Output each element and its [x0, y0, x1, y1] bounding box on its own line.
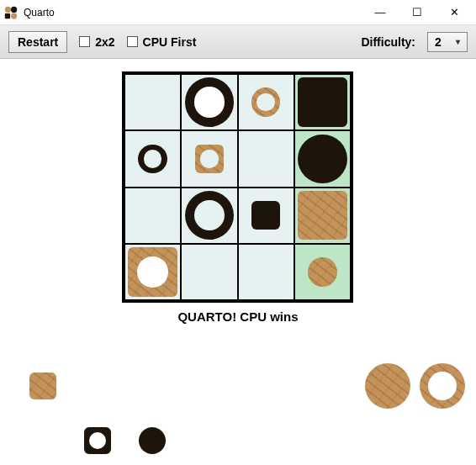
board-cell[interactable] [238, 244, 294, 300]
window-title: Quarto [24, 7, 55, 18]
board-cell[interactable] [181, 74, 237, 130]
window-close-button[interactable]: ✕ [436, 1, 473, 24]
game-area: QUARTO! CPU wins [0, 59, 476, 465]
board-cell[interactable] [294, 188, 351, 244]
board-cell[interactable] [238, 188, 294, 244]
game-piece[interactable] [308, 257, 337, 287]
app-logo-icon [3, 5, 19, 20]
svg-rect-2 [5, 13, 10, 18]
titlebar: Quarto — ☐ ✕ [0, 0, 476, 25]
tray-slot [126, 415, 178, 465]
board-cell[interactable] [294, 244, 351, 300]
game-piece[interactable] [139, 427, 166, 454]
checkbox-icon [127, 36, 138, 47]
status-text: QUARTO! CPU wins [0, 309, 476, 324]
game-piece[interactable] [138, 145, 167, 174]
tray-slot [71, 415, 124, 465]
game-piece[interactable] [298, 77, 347, 127]
board-cell[interactable] [181, 244, 237, 300]
game-piece[interactable] [195, 145, 225, 174]
window-maximize-button[interactable]: ☐ [399, 1, 436, 24]
restart-button[interactable]: Restart [8, 31, 67, 53]
option-2x2-checkbox[interactable]: 2x2 [79, 35, 114, 49]
option-cpu-first-label: CPU First [143, 35, 197, 49]
game-piece[interactable] [298, 135, 347, 184]
game-piece[interactable] [84, 427, 111, 454]
board-cell[interactable] [238, 130, 294, 187]
difficulty-value: 2 [435, 35, 442, 49]
board-cell[interactable] [181, 188, 237, 244]
game-piece[interactable] [185, 77, 235, 127]
svg-point-1 [11, 6, 17, 12]
tray-slot [416, 360, 468, 412]
board-cell[interactable] [124, 188, 181, 244]
svg-point-0 [5, 6, 11, 12]
board-cell[interactable] [238, 74, 294, 130]
game-piece[interactable] [251, 87, 281, 117]
option-cpu-first-checkbox[interactable]: CPU First [127, 35, 197, 49]
game-piece[interactable] [128, 247, 177, 297]
tray-slot [362, 360, 414, 412]
board-cell[interactable] [181, 130, 237, 187]
piece-tray [0, 347, 476, 465]
game-piece[interactable] [365, 363, 411, 410]
tray-slot [17, 360, 69, 412]
game-piece[interactable] [251, 201, 281, 230]
difficulty-label: Difficulty: [361, 35, 415, 49]
board-cell[interactable] [294, 130, 351, 187]
game-piece[interactable] [298, 191, 347, 240]
checkbox-icon [79, 36, 90, 47]
game-piece[interactable] [185, 191, 235, 240]
game-piece[interactable] [29, 373, 56, 399]
difficulty-select[interactable]: 2 ▾ [427, 32, 468, 52]
option-2x2-label: 2x2 [95, 35, 114, 49]
board-cell[interactable] [124, 74, 181, 130]
window-minimize-button[interactable]: — [362, 1, 399, 24]
game-board [122, 71, 353, 303]
toolbar: Restart 2x2 CPU First Difficulty: 2 ▾ [0, 25, 476, 59]
board-cell[interactable] [124, 244, 181, 300]
svg-point-3 [11, 13, 17, 18]
chevron-down-icon: ▾ [452, 37, 463, 46]
game-piece[interactable] [420, 363, 466, 410]
board-cell[interactable] [294, 74, 351, 130]
board-cell[interactable] [124, 130, 181, 187]
